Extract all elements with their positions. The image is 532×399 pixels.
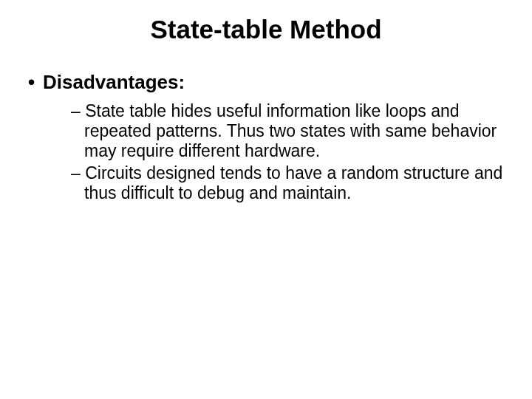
slide-body: •Disadvantages: – State table hides usef… <box>0 50 532 203</box>
sub-bullet-item: – State table hides useful information l… <box>71 101 504 161</box>
sub-bullet-text: Circuits designed tends to have a random… <box>84 163 502 202</box>
slide-title: State-table Method <box>0 0 532 50</box>
sub-bullet-text: State table hides useful information lik… <box>84 101 497 160</box>
bullet-heading: •Disadvantages: <box>28 71 504 94</box>
dash-icon: – <box>71 163 81 183</box>
sub-bullet-item: – Circuits designed tends to have a rand… <box>71 163 504 203</box>
bullet-glyph: • <box>28 71 43 94</box>
heading-text: Disadvantages: <box>43 71 185 93</box>
dash-icon: – <box>71 101 81 120</box>
slide: State-table Method •Disadvantages: – Sta… <box>0 0 532 399</box>
sub-bullet-group: – State table hides useful information l… <box>28 101 504 203</box>
